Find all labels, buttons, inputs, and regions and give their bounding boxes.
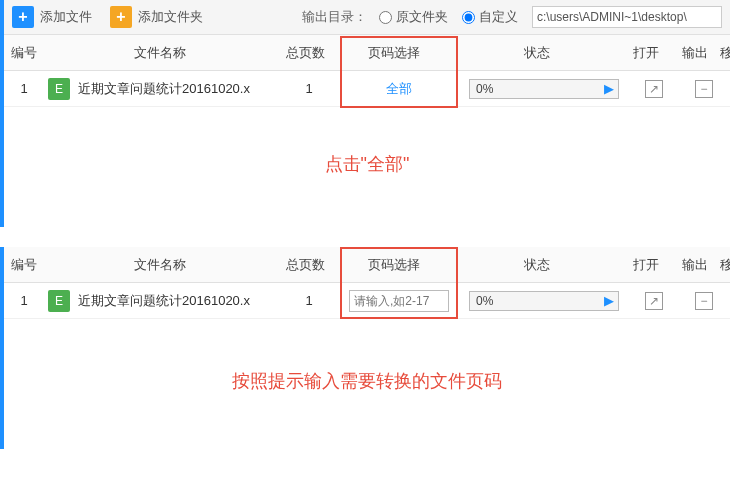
col-page-select-header: 页码选择: [335, 256, 454, 274]
col-extra-header: 移: [720, 256, 730, 274]
row-num: 1: [4, 293, 44, 308]
row-pages: 1: [279, 293, 339, 308]
col-pages-header: 总页数: [276, 44, 335, 62]
file-type-icon: E: [48, 290, 70, 312]
row-filename: 近期文章问题统计20161020.x: [78, 80, 250, 98]
radio-label: 原文件夹: [396, 8, 448, 26]
row-pages: 1: [279, 81, 339, 96]
row-filename-cell: E 近期文章问题统计20161020.x: [44, 78, 279, 100]
bottom-panel: 编号 文件名称 总页数 页码选择 状态 打开 输出 移 1 E 近期文章问题统计…: [0, 247, 730, 449]
col-extra-header: 移: [720, 44, 730, 62]
progress-text: 0%: [476, 294, 493, 308]
output-path-input[interactable]: [532, 6, 722, 28]
progress-text: 0%: [476, 82, 493, 96]
page-select-all-link[interactable]: 全部: [386, 81, 412, 96]
output-dir-label: 输出目录：: [302, 8, 367, 26]
row-output: −: [679, 292, 729, 310]
caption-input-pages: 按照提示输入需要转换的文件页码: [4, 319, 730, 393]
add-file-button[interactable]: 添加文件: [40, 8, 92, 26]
row-filename: 近期文章问题统计20161020.x: [78, 292, 250, 310]
table-row: 1 E 近期文章问题统计20161020.x 1 0% ▶ ↗ −: [4, 283, 730, 319]
add-folder-button[interactable]: 添加文件夹: [138, 8, 203, 26]
col-status-header: 状态: [453, 44, 621, 62]
col-open-header: 打开: [621, 44, 670, 62]
caption-area: 按照提示输入需要转换的文件页码: [4, 319, 730, 449]
row-status: 0% ▶: [459, 291, 629, 311]
col-num-header: 编号: [4, 44, 44, 62]
row-open: ↗: [629, 80, 679, 98]
progress-bar[interactable]: 0% ▶: [469, 79, 619, 99]
col-pages-header: 总页数: [276, 256, 335, 274]
row-output: −: [679, 80, 729, 98]
col-status-header: 状态: [453, 256, 621, 274]
page-select-cell: [339, 290, 459, 312]
table-row: 1 E 近期文章问题统计20161020.x 1 全部 0% ▶ ↗ −: [4, 71, 730, 107]
table-header: 编号 文件名称 总页数 页码选择 状态 打开 输出 移: [4, 247, 730, 283]
col-filename-header: 文件名称: [44, 44, 276, 62]
caption-click-all: 点击"全部": [4, 107, 730, 176]
row-filename-cell: E 近期文章问题统计20161020.x: [44, 290, 279, 312]
col-output-header: 输出: [671, 44, 720, 62]
plus-icon[interactable]: +: [12, 6, 34, 28]
play-icon[interactable]: ▶: [604, 81, 614, 96]
page-select-cell: 全部: [339, 80, 459, 98]
minus-icon[interactable]: −: [695, 80, 713, 98]
row-status: 0% ▶: [459, 79, 629, 99]
col-output-header: 输出: [671, 256, 720, 274]
radio-label: 自定义: [479, 8, 518, 26]
open-icon[interactable]: ↗: [645, 292, 663, 310]
plus-icon[interactable]: +: [110, 6, 132, 28]
col-filename-header: 文件名称: [44, 256, 276, 274]
custom-folder-radio[interactable]: 自定义: [462, 8, 518, 26]
caption-area: 点击"全部": [4, 107, 730, 227]
col-page-select-header: 页码选择: [335, 44, 454, 62]
row-open: ↗: [629, 292, 679, 310]
row-num: 1: [4, 81, 44, 96]
top-panel: + 添加文件 + 添加文件夹 输出目录： 原文件夹 自定义 编号 文件名称 总页…: [0, 0, 730, 227]
toolbar: + 添加文件 + 添加文件夹 输出目录： 原文件夹 自定义: [4, 0, 730, 35]
minus-icon[interactable]: −: [695, 292, 713, 310]
open-icon[interactable]: ↗: [645, 80, 663, 98]
radio-input[interactable]: [379, 11, 392, 24]
col-num-header: 编号: [4, 256, 44, 274]
play-icon[interactable]: ▶: [604, 293, 614, 308]
table-header: 编号 文件名称 总页数 页码选择 状态 打开 输出 移: [4, 35, 730, 71]
file-type-icon: E: [48, 78, 70, 100]
progress-bar[interactable]: 0% ▶: [469, 291, 619, 311]
page-select-input[interactable]: [349, 290, 449, 312]
radio-input[interactable]: [462, 11, 475, 24]
col-open-header: 打开: [621, 256, 670, 274]
original-folder-radio[interactable]: 原文件夹: [379, 8, 448, 26]
